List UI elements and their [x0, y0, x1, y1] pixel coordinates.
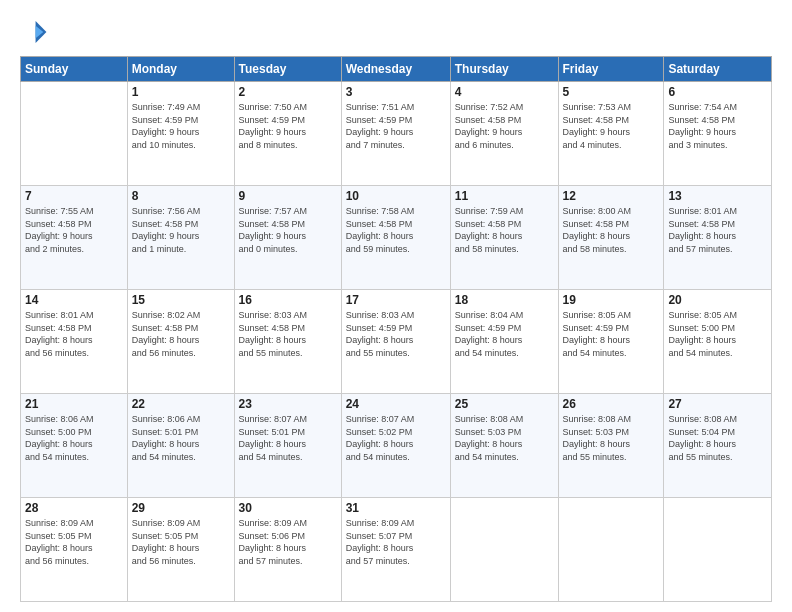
weekday-header-sunday: Sunday: [21, 57, 128, 82]
calendar-cell: 20Sunrise: 8:05 AM Sunset: 5:00 PM Dayli…: [664, 290, 772, 394]
day-number: 2: [239, 85, 337, 99]
day-number: 4: [455, 85, 554, 99]
calendar-week-row: 1Sunrise: 7:49 AM Sunset: 4:59 PM Daylig…: [21, 82, 772, 186]
weekday-header-friday: Friday: [558, 57, 664, 82]
calendar-cell: [450, 498, 558, 602]
day-info: Sunrise: 7:52 AM Sunset: 4:58 PM Dayligh…: [455, 101, 554, 151]
calendar-cell: 2Sunrise: 7:50 AM Sunset: 4:59 PM Daylig…: [234, 82, 341, 186]
day-info: Sunrise: 8:03 AM Sunset: 4:59 PM Dayligh…: [346, 309, 446, 359]
day-number: 20: [668, 293, 767, 307]
calendar-cell: 4Sunrise: 7:52 AM Sunset: 4:58 PM Daylig…: [450, 82, 558, 186]
day-info: Sunrise: 8:04 AM Sunset: 4:59 PM Dayligh…: [455, 309, 554, 359]
calendar-cell: 5Sunrise: 7:53 AM Sunset: 4:58 PM Daylig…: [558, 82, 664, 186]
calendar-cell: 21Sunrise: 8:06 AM Sunset: 5:00 PM Dayli…: [21, 394, 128, 498]
calendar-cell: 1Sunrise: 7:49 AM Sunset: 4:59 PM Daylig…: [127, 82, 234, 186]
calendar-cell: 23Sunrise: 8:07 AM Sunset: 5:01 PM Dayli…: [234, 394, 341, 498]
calendar-cell: 24Sunrise: 8:07 AM Sunset: 5:02 PM Dayli…: [341, 394, 450, 498]
weekday-header-monday: Monday: [127, 57, 234, 82]
calendar-cell: 15Sunrise: 8:02 AM Sunset: 4:58 PM Dayli…: [127, 290, 234, 394]
calendar-cell: 7Sunrise: 7:55 AM Sunset: 4:58 PM Daylig…: [21, 186, 128, 290]
calendar-cell: 9Sunrise: 7:57 AM Sunset: 4:58 PM Daylig…: [234, 186, 341, 290]
day-info: Sunrise: 7:54 AM Sunset: 4:58 PM Dayligh…: [668, 101, 767, 151]
day-info: Sunrise: 8:05 AM Sunset: 4:59 PM Dayligh…: [563, 309, 660, 359]
day-info: Sunrise: 8:02 AM Sunset: 4:58 PM Dayligh…: [132, 309, 230, 359]
day-number: 15: [132, 293, 230, 307]
calendar-cell: 25Sunrise: 8:08 AM Sunset: 5:03 PM Dayli…: [450, 394, 558, 498]
calendar-cell: 16Sunrise: 8:03 AM Sunset: 4:58 PM Dayli…: [234, 290, 341, 394]
header: [20, 18, 772, 46]
weekday-header-saturday: Saturday: [664, 57, 772, 82]
calendar-body: 1Sunrise: 7:49 AM Sunset: 4:59 PM Daylig…: [21, 82, 772, 602]
day-info: Sunrise: 7:56 AM Sunset: 4:58 PM Dayligh…: [132, 205, 230, 255]
calendar-cell: 13Sunrise: 8:01 AM Sunset: 4:58 PM Dayli…: [664, 186, 772, 290]
calendar-cell: 26Sunrise: 8:08 AM Sunset: 5:03 PM Dayli…: [558, 394, 664, 498]
day-info: Sunrise: 8:09 AM Sunset: 5:05 PM Dayligh…: [25, 517, 123, 567]
day-number: 27: [668, 397, 767, 411]
calendar-week-row: 21Sunrise: 8:06 AM Sunset: 5:00 PM Dayli…: [21, 394, 772, 498]
day-number: 25: [455, 397, 554, 411]
calendar-cell: 3Sunrise: 7:51 AM Sunset: 4:59 PM Daylig…: [341, 82, 450, 186]
day-number: 14: [25, 293, 123, 307]
day-info: Sunrise: 8:01 AM Sunset: 4:58 PM Dayligh…: [668, 205, 767, 255]
day-info: Sunrise: 8:08 AM Sunset: 5:03 PM Dayligh…: [455, 413, 554, 463]
calendar-cell: 17Sunrise: 8:03 AM Sunset: 4:59 PM Dayli…: [341, 290, 450, 394]
day-info: Sunrise: 7:53 AM Sunset: 4:58 PM Dayligh…: [563, 101, 660, 151]
calendar-cell: [21, 82, 128, 186]
day-info: Sunrise: 8:07 AM Sunset: 5:01 PM Dayligh…: [239, 413, 337, 463]
day-info: Sunrise: 8:00 AM Sunset: 4:58 PM Dayligh…: [563, 205, 660, 255]
day-number: 19: [563, 293, 660, 307]
calendar-cell: 29Sunrise: 8:09 AM Sunset: 5:05 PM Dayli…: [127, 498, 234, 602]
day-info: Sunrise: 8:06 AM Sunset: 5:01 PM Dayligh…: [132, 413, 230, 463]
day-info: Sunrise: 8:08 AM Sunset: 5:04 PM Dayligh…: [668, 413, 767, 463]
calendar-cell: [664, 498, 772, 602]
day-number: 13: [668, 189, 767, 203]
day-info: Sunrise: 7:58 AM Sunset: 4:58 PM Dayligh…: [346, 205, 446, 255]
day-info: Sunrise: 8:05 AM Sunset: 5:00 PM Dayligh…: [668, 309, 767, 359]
day-info: Sunrise: 7:57 AM Sunset: 4:58 PM Dayligh…: [239, 205, 337, 255]
weekday-header-tuesday: Tuesday: [234, 57, 341, 82]
day-info: Sunrise: 7:49 AM Sunset: 4:59 PM Dayligh…: [132, 101, 230, 151]
calendar-cell: 10Sunrise: 7:58 AM Sunset: 4:58 PM Dayli…: [341, 186, 450, 290]
day-number: 22: [132, 397, 230, 411]
day-info: Sunrise: 7:50 AM Sunset: 4:59 PM Dayligh…: [239, 101, 337, 151]
day-info: Sunrise: 8:03 AM Sunset: 4:58 PM Dayligh…: [239, 309, 337, 359]
day-info: Sunrise: 8:07 AM Sunset: 5:02 PM Dayligh…: [346, 413, 446, 463]
calendar-cell: 22Sunrise: 8:06 AM Sunset: 5:01 PM Dayli…: [127, 394, 234, 498]
day-number: 18: [455, 293, 554, 307]
day-info: Sunrise: 7:55 AM Sunset: 4:58 PM Dayligh…: [25, 205, 123, 255]
day-number: 12: [563, 189, 660, 203]
day-number: 10: [346, 189, 446, 203]
day-info: Sunrise: 8:01 AM Sunset: 4:58 PM Dayligh…: [25, 309, 123, 359]
calendar-cell: 27Sunrise: 8:08 AM Sunset: 5:04 PM Dayli…: [664, 394, 772, 498]
calendar-week-row: 28Sunrise: 8:09 AM Sunset: 5:05 PM Dayli…: [21, 498, 772, 602]
calendar-cell: 14Sunrise: 8:01 AM Sunset: 4:58 PM Dayli…: [21, 290, 128, 394]
day-info: Sunrise: 8:09 AM Sunset: 5:06 PM Dayligh…: [239, 517, 337, 567]
day-info: Sunrise: 8:08 AM Sunset: 5:03 PM Dayligh…: [563, 413, 660, 463]
day-number: 3: [346, 85, 446, 99]
calendar-cell: 11Sunrise: 7:59 AM Sunset: 4:58 PM Dayli…: [450, 186, 558, 290]
day-number: 7: [25, 189, 123, 203]
calendar-week-row: 7Sunrise: 7:55 AM Sunset: 4:58 PM Daylig…: [21, 186, 772, 290]
day-info: Sunrise: 8:09 AM Sunset: 5:05 PM Dayligh…: [132, 517, 230, 567]
calendar-cell: 31Sunrise: 8:09 AM Sunset: 5:07 PM Dayli…: [341, 498, 450, 602]
day-number: 6: [668, 85, 767, 99]
calendar-cell: [558, 498, 664, 602]
day-number: 21: [25, 397, 123, 411]
calendar-cell: 6Sunrise: 7:54 AM Sunset: 4:58 PM Daylig…: [664, 82, 772, 186]
day-number: 31: [346, 501, 446, 515]
day-info: Sunrise: 8:06 AM Sunset: 5:00 PM Dayligh…: [25, 413, 123, 463]
weekday-header-thursday: Thursday: [450, 57, 558, 82]
calendar-cell: 19Sunrise: 8:05 AM Sunset: 4:59 PM Dayli…: [558, 290, 664, 394]
day-number: 23: [239, 397, 337, 411]
day-number: 8: [132, 189, 230, 203]
day-number: 26: [563, 397, 660, 411]
day-number: 28: [25, 501, 123, 515]
day-number: 11: [455, 189, 554, 203]
calendar-page: SundayMondayTuesdayWednesdayThursdayFrid…: [0, 0, 792, 612]
day-number: 30: [239, 501, 337, 515]
day-info: Sunrise: 7:51 AM Sunset: 4:59 PM Dayligh…: [346, 101, 446, 151]
day-number: 5: [563, 85, 660, 99]
day-number: 29: [132, 501, 230, 515]
day-number: 17: [346, 293, 446, 307]
logo-icon: [20, 18, 48, 46]
